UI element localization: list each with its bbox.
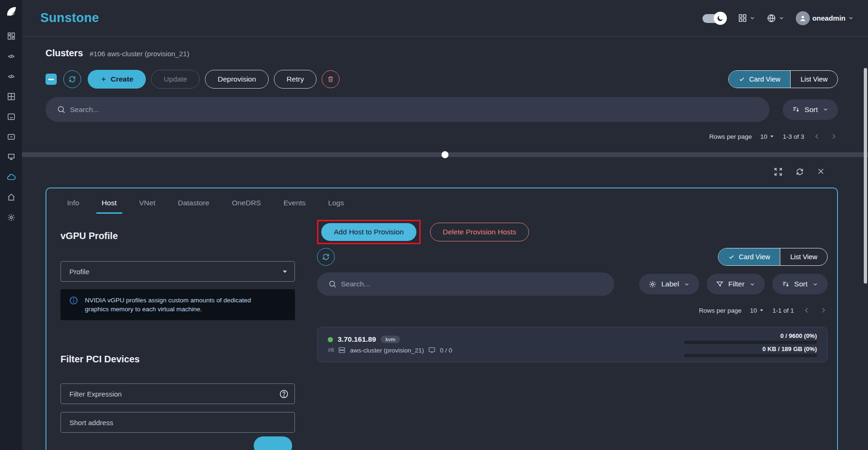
dark-mode-toggle[interactable] — [702, 12, 727, 25]
host-card-view-button[interactable]: Card View — [718, 248, 780, 265]
trash-icon — [327, 75, 334, 83]
highlight-rectangle: Add Host to Provision — [317, 220, 421, 244]
update-button[interactable]: Update — [151, 70, 200, 89]
language-menu-button[interactable] — [767, 14, 785, 23]
short-address-input[interactable] — [69, 419, 289, 427]
username-label: oneadmin — [812, 14, 845, 22]
expand-icon — [774, 167, 783, 176]
panel-refresh-button[interactable] — [795, 167, 804, 176]
sort-button[interactable]: Sort — [783, 99, 838, 120]
tab-events[interactable]: Events — [272, 195, 317, 214]
cluster-search-row: Sort — [45, 97, 838, 122]
vgpu-pci-column: vGPU Profile Profile NVIDIA vGPU profile… — [60, 214, 295, 450]
card-view-button[interactable]: Card View — [729, 71, 791, 88]
page-range-label: 1-3 of 3 — [783, 133, 804, 140]
sidebar-item-settings-gear-icon[interactable] — [7, 213, 16, 222]
sidebar-item-storage-icon[interactable] — [7, 112, 16, 121]
host-search-input[interactable] — [341, 280, 603, 288]
sidebar: </> </> — [0, 0, 22, 450]
minus-icon — [48, 79, 54, 80]
chevron-left-icon — [802, 306, 811, 315]
sidebar-item-dashboard-icon[interactable] — [7, 31, 16, 41]
sidebar-item-image-icon[interactable] — [7, 132, 16, 142]
chevron-down-icon — [823, 106, 829, 112]
expand-button[interactable] — [774, 167, 783, 176]
host-refresh-button[interactable] — [317, 248, 335, 266]
funnel-icon — [716, 280, 724, 288]
tab-info[interactable]: Info — [56, 195, 91, 214]
moon-icon — [714, 12, 727, 25]
sort-icon — [792, 105, 800, 113]
chevron-right-icon — [819, 306, 828, 315]
page-header: Clusters #106 aws-cluster (provision_21) — [45, 48, 838, 59]
host-filter-pills: Label Filter Sort — [639, 274, 828, 294]
vgpu-profile-select[interactable]: Profile — [60, 261, 295, 282]
add-host-to-provision-button[interactable]: Add Host to Provision — [321, 223, 416, 241]
user-avatar-icon — [796, 11, 810, 25]
filter-button[interactable]: Filter — [707, 274, 764, 294]
host-card-gauges: 0 / 9600 (0%) 0 KB / 189 GB (0%) — [684, 332, 817, 357]
tab-datastore[interactable]: Datastore — [166, 195, 220, 214]
delete-provision-hosts-button[interactable]: Delete Provision Hosts — [430, 223, 529, 241]
split-pane-divider[interactable] — [22, 152, 868, 157]
sidebar-item-code-icon[interactable]: </> — [7, 52, 16, 61]
sidebar-item-home-icon[interactable] — [7, 193, 16, 202]
label-button[interactable]: Label — [639, 274, 699, 294]
host-list-view-button[interactable]: List View — [780, 248, 827, 265]
app-brand: Sunstone — [40, 11, 99, 25]
rows-per-page-label: Rows per page — [699, 307, 741, 314]
close-panel-button[interactable] — [817, 167, 825, 176]
sunstone-clusters-page: { "topbar": { "brand": "Sunstone", "user… — [0, 0, 868, 450]
opennebula-logo[interactable] — [5, 5, 17, 17]
deselect-all-checkbox[interactable] — [45, 74, 57, 85]
view-toggle: Card View List View — [728, 70, 838, 88]
host-view-toggle: Card View List View — [718, 248, 828, 266]
host-sort-button[interactable]: Sort — [772, 274, 828, 294]
sidebar-item-table-icon[interactable] — [7, 92, 16, 101]
rows-per-page-select[interactable]: 10 — [760, 133, 774, 140]
chevron-down-icon — [282, 269, 288, 275]
user-menu-button[interactable]: oneadmin — [796, 11, 854, 25]
short-address-field — [60, 412, 295, 433]
check-icon — [728, 254, 735, 260]
sidebar-item-host-icon[interactable] — [7, 152, 16, 162]
tab-host[interactable]: Host — [91, 195, 128, 214]
sidebar-item-provision-cloud-icon[interactable] — [7, 172, 16, 182]
delete-button[interactable] — [322, 70, 340, 88]
refresh-button[interactable] — [63, 70, 81, 88]
page-scrollbar[interactable] — [864, 68, 867, 284]
pci-add-button-cutoff[interactable] — [254, 436, 292, 450]
cluster-detail-panel: Info Host VNet Datastore OneDRS Events L… — [45, 188, 838, 450]
provision-hosts-column: Add Host to Provision Delete Provision H… — [317, 214, 828, 450]
host-rows-per-page-select[interactable]: 10 — [750, 307, 764, 314]
filter-expression-input[interactable] — [69, 390, 279, 398]
cluster-search-input[interactable] — [70, 105, 758, 114]
check-icon — [739, 76, 745, 82]
help-icon[interactable] — [279, 389, 289, 399]
host-next-page-button[interactable] — [819, 306, 828, 315]
sidebar-item-code2-icon[interactable]: </> — [7, 72, 16, 81]
host-cluster-label: aws-cluster (provision_21) — [350, 347, 424, 354]
deprovision-button[interactable]: Deprovision — [205, 70, 269, 89]
page-title: Clusters — [45, 48, 83, 59]
hypervisor-badge: kvm — [381, 336, 400, 343]
tab-logs[interactable]: Logs — [317, 195, 355, 214]
split-drag-handle[interactable] — [442, 151, 449, 158]
host-searchbar — [317, 272, 614, 296]
main-content: Clusters #106 aws-cluster (provision_21)… — [22, 48, 868, 450]
apps-menu-button[interactable] — [738, 14, 755, 22]
tab-vnet[interactable]: VNet — [128, 195, 166, 214]
cluster-searchbar — [45, 97, 770, 122]
next-page-button[interactable] — [830, 132, 838, 141]
previous-page-button[interactable] — [813, 132, 821, 141]
create-button[interactable]: Create — [88, 70, 146, 89]
refresh-icon — [322, 253, 330, 261]
list-view-button[interactable]: List View — [790, 71, 838, 88]
tab-onedrs[interactable]: OneDRS — [220, 195, 272, 214]
host-card[interactable]: 3.70.161.89 kvm #6 aws-cluster (provisio… — [317, 327, 828, 362]
chevron-down-icon — [812, 281, 818, 287]
vgpu-info-text: NVIDIA vGPU profiles assign custom amoun… — [85, 296, 272, 314]
retry-button[interactable]: Retry — [274, 70, 317, 89]
host-previous-page-button[interactable] — [802, 306, 811, 315]
monitor-icon — [428, 346, 436, 354]
